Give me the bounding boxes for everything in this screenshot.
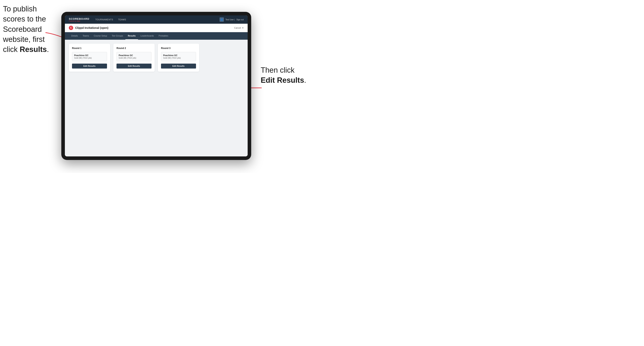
main-content: Round 1 Peachtree GC Gold (M) (7010 yds)… <box>65 40 248 157</box>
cancel-icon: ✕ <box>242 27 244 29</box>
round-2-course-card: Peachtree GC Gold (M) (7010 yds) <box>116 52 152 61</box>
round-3-course-card: Peachtree GC Gold (M) (7010 yds) <box>161 52 196 61</box>
round-1-course-detail: Gold (M) (7010 yds) <box>74 57 105 59</box>
tab-details[interactable]: Details <box>69 32 80 40</box>
nav-links: TOURNAMENTS TEAMS <box>95 17 220 21</box>
tabs-bar: Details Teams Course Setup Tee Groups Re… <box>65 32 248 40</box>
round-3-card: Round 3 Peachtree GC Gold (M) (7010 yds)… <box>158 44 199 72</box>
logo-sub: Powered by clippd <box>69 20 90 22</box>
tablet-screen: SCOREBOARD Powered by clippd TOURNAMENTS… <box>65 15 248 157</box>
edit-results-btn-2[interactable]: Edit Results <box>116 64 152 69</box>
round-2-card: Round 2 Peachtree GC Gold (M) (7010 yds)… <box>113 44 155 72</box>
tournament-title-area: C Clippd Invitational (open) <box>69 26 108 30</box>
tournament-logo: C <box>69 26 73 30</box>
nav-signout[interactable]: Sign out <box>236 18 244 21</box>
cancel-button[interactable]: Cancel ✕ <box>234 27 244 29</box>
nav-tournaments[interactable]: TOURNAMENTS <box>95 17 113 21</box>
tab-tee-groups[interactable]: Tee Groups <box>110 32 126 40</box>
tab-leaderboards[interactable]: Leaderboards <box>138 32 156 40</box>
round-2-course-detail: Gold (M) (7010 yds) <box>119 57 149 59</box>
nav-right: 👤 Test User | Sign out <box>220 17 244 22</box>
tab-course-setup[interactable]: Course Setup <box>92 32 110 40</box>
rounds-grid: Round 1 Peachtree GC Gold (M) (7010 yds)… <box>69 44 244 72</box>
edit-results-btn-3[interactable]: Edit Results <box>161 64 196 69</box>
round-4-empty <box>202 44 244 72</box>
nav-user-text: Test User | <box>226 18 235 21</box>
round-3-course-detail: Gold (M) (7010 yds) <box>163 57 194 59</box>
user-avatar: 👤 <box>220 17 224 22</box>
round-1-course-card: Peachtree GC Gold (M) (7010 yds) <box>72 52 107 61</box>
tournament-header: C Clippd Invitational (open) Cancel ✕ <box>65 24 248 32</box>
instruction-right: Then clickEdit Results. <box>261 65 318 86</box>
tournament-title: Clippd Invitational (open) <box>75 26 108 29</box>
tab-teams[interactable]: Teams <box>80 32 92 40</box>
tab-results[interactable]: Results <box>126 32 138 40</box>
round-2-course-name: Peachtree GC <box>119 54 149 56</box>
round-3-course-name: Peachtree GC <box>163 54 194 56</box>
instruction-left: To publish scores to the Scoreboard webs… <box>3 4 60 54</box>
cancel-label: Cancel <box>234 27 241 29</box>
round-1-course-name: Peachtree GC <box>74 54 105 56</box>
logo-area: SCOREBOARD Powered by clippd <box>69 17 90 22</box>
edit-results-btn-1[interactable]: Edit Results <box>72 64 107 69</box>
tab-printables[interactable]: Printables <box>156 32 171 40</box>
round-1-card: Round 1 Peachtree GC Gold (M) (7010 yds)… <box>69 44 110 72</box>
nav-teams[interactable]: TEAMS <box>118 17 126 21</box>
logo-text: SCOREBOARD <box>69 17 90 20</box>
top-nav-bar: SCOREBOARD Powered by clippd TOURNAMENTS… <box>65 15 248 24</box>
round-1-title: Round 1 <box>72 47 107 50</box>
round-3-title: Round 3 <box>161 47 196 50</box>
round-2-title: Round 2 <box>116 47 152 50</box>
tablet-device: SCOREBOARD Powered by clippd TOURNAMENTS… <box>61 12 251 160</box>
user-icon: 👤 <box>220 18 223 21</box>
